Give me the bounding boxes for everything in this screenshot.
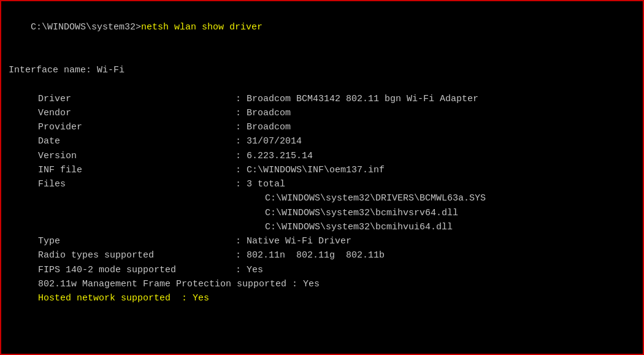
vendor-row: Vendor: Broadcom <box>9 106 635 120</box>
interface-name-line: Interface name: Wi-Fi <box>9 63 635 77</box>
files-row: Files: 3 total <box>9 177 635 191</box>
inf-file-row: INF file: C:\WINDOWS\INF\oem137.inf <box>9 163 635 177</box>
prompt-text: C:\WINDOWS\system32> <box>31 22 141 32</box>
prompt-line: C:\WINDOWS\system32>netsh wlan show driv… <box>9 6 635 49</box>
blank-line-1 <box>9 49 635 63</box>
files-line1: C:\WINDOWS\system32\DRIVERS\BCMWL63a.SYS <box>9 191 635 205</box>
mgmt-frame-row: 802.11w Management Frame Protection supp… <box>9 277 635 291</box>
hosted-network-row: Hosted network supported : Yes <box>9 291 635 305</box>
driver-row: Driver: Broadcom BCM43142 802.11 bgn Wi-… <box>9 92 635 106</box>
version-row: Version: 6.223.215.14 <box>9 149 635 163</box>
files-line3: C:\WINDOWS\system32\bcmihvui64.dll <box>9 220 635 234</box>
files-line2: C:\WINDOWS\system32\bcmihvsrv64.dll <box>9 206 635 220</box>
command-text: netsh wlan show driver <box>141 22 263 32</box>
date-row: Date: 31/07/2014 <box>9 134 635 148</box>
blank-line-2 <box>9 77 635 91</box>
provider-row: Provider: Broadcom <box>9 120 635 134</box>
type-row: Type: Native Wi-Fi Driver <box>9 234 635 248</box>
radio-types-row: Radio types supported: 802.11n 802.11g 8… <box>9 248 635 262</box>
fips-row: FIPS 140-2 mode supported: Yes <box>9 263 635 277</box>
terminal-window: C:\WINDOWS\system32>netsh wlan show driv… <box>1 1 643 354</box>
